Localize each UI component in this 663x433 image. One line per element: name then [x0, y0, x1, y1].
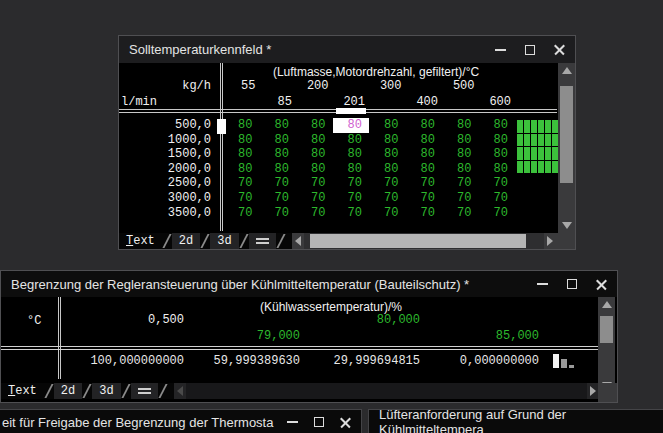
value-cell[interactable]: 80	[479, 147, 516, 162]
value-cell[interactable]: 80	[260, 118, 297, 133]
scroll-up-button[interactable]	[558, 63, 575, 78]
table-view-tab[interactable]	[249, 233, 276, 249]
value-cell[interactable]: 80	[260, 147, 297, 162]
vertical-scrollbar[interactable]	[558, 63, 575, 233]
value-cell[interactable]: 70	[442, 191, 479, 206]
horizontal-scrollbar[interactable]	[292, 233, 556, 249]
curve-breakpoint[interactable]: 79,000	[257, 329, 300, 343]
tab-text[interactable]: Text	[1, 383, 44, 399]
x-breakpoint-cell[interactable]: 85	[260, 95, 297, 109]
maximize-icon[interactable]	[567, 279, 577, 289]
y-breakpoint-label[interactable]: 2000,0	[119, 162, 215, 177]
horizontal-scroll-track[interactable]	[186, 383, 587, 399]
value-cell[interactable]: 80	[442, 162, 479, 177]
value-cell[interactable]: 80	[479, 118, 516, 133]
value-cell[interactable]: 80	[406, 162, 443, 177]
x-breakpoint-cell[interactable]: 300	[369, 79, 406, 93]
titlebar[interactable]: Lüfteranforderung auf Grund der Kühlmitt…	[369, 410, 663, 433]
y-breakpoint-label[interactable]: 2500,0	[119, 176, 215, 191]
maximize-icon[interactable]	[525, 45, 535, 55]
titlebar[interactable]: Begrenzung der Regleransteuerung über Kü…	[1, 271, 617, 297]
value-cell[interactable]: 80	[479, 133, 516, 148]
value-cell[interactable]: 80	[223, 162, 260, 177]
tab-2d[interactable]: 2d	[172, 233, 200, 249]
value-cell[interactable]: 80	[369, 147, 406, 162]
value-cell[interactable]: 80	[369, 133, 406, 148]
tab-3d[interactable]: 3d	[92, 383, 120, 399]
value-cell[interactable]: 70	[369, 191, 406, 206]
value-cell[interactable]: 80	[260, 162, 297, 177]
curve-value[interactable]: 59,999389630	[214, 354, 300, 368]
value-cell[interactable]: 80	[260, 133, 297, 148]
curve-value[interactable]: 100,000000000	[90, 354, 184, 368]
value-cell[interactable]: 80	[442, 147, 479, 162]
value-cell[interactable]: 80	[333, 162, 370, 177]
value-cell[interactable]: 80	[296, 162, 333, 177]
value-cell[interactable]: 70	[296, 191, 333, 206]
value-cell[interactable]: 80	[442, 133, 479, 148]
x-breakpoint-cell[interactable]: 600	[479, 95, 516, 109]
y-breakpoint-label[interactable]: 500,0	[119, 118, 215, 133]
value-cell[interactable]: 80	[223, 118, 260, 133]
value-cell[interactable]: 80	[406, 133, 443, 148]
value-cell[interactable]: 80	[296, 118, 333, 133]
x-breakpoint-cell[interactable]: 500	[442, 79, 479, 93]
value-cell[interactable]: 70	[442, 176, 479, 191]
scroll-up-button[interactable]	[598, 297, 615, 312]
close-icon[interactable]	[596, 279, 607, 290]
value-cell[interactable]: 70	[333, 191, 370, 206]
close-icon[interactable]	[554, 44, 565, 55]
vertical-scroll-thumb[interactable]	[560, 86, 573, 183]
value-cell[interactable]: 70	[333, 206, 370, 221]
value-cell[interactable]: 80	[479, 162, 516, 177]
value-cell[interactable]: 70	[296, 206, 333, 221]
scroll-down-button[interactable]	[558, 218, 575, 233]
y-breakpoint-label[interactable]: 1500,0	[119, 147, 215, 162]
value-cell[interactable]: 70	[406, 191, 443, 206]
tab-2d[interactable]: 2d	[54, 383, 82, 399]
value-cell[interactable]: 80	[406, 118, 443, 133]
scroll-left-button[interactable]	[292, 233, 304, 249]
value-cell[interactable]: 70	[479, 206, 516, 221]
x-breakpoint-cell[interactable]: 200	[296, 79, 333, 93]
x-breakpoint-cell[interactable]: 201	[333, 95, 370, 109]
tab-text[interactable]: Text	[119, 233, 162, 249]
value-cell[interactable]: 80	[333, 147, 370, 162]
x-breakpoint-cell[interactable]: 400	[406, 95, 443, 109]
value-cell[interactable]: 70	[406, 206, 443, 221]
value-cell[interactable]: 80	[406, 147, 443, 162]
value-cell[interactable]: 80	[369, 118, 406, 133]
minimize-icon[interactable]	[495, 49, 506, 51]
tab-3d[interactable]: 3d	[210, 233, 238, 249]
curve-breakpoint[interactable]: 80,000	[377, 313, 420, 327]
table-view-tab[interactable]	[131, 383, 158, 399]
x-breakpoint-cell[interactable]: 55	[223, 79, 260, 93]
vertical-scroll-thumb[interactable]	[600, 316, 613, 343]
value-cell[interactable]: 80	[442, 118, 479, 133]
close-icon[interactable]	[340, 417, 351, 428]
value-cell[interactable]: 70	[260, 176, 297, 191]
value-cell[interactable]: 80	[369, 162, 406, 177]
value-cell[interactable]: 80	[223, 133, 260, 148]
y-breakpoint-label[interactable]: 1000,0	[119, 133, 215, 148]
scroll-right-button[interactable]	[544, 233, 556, 249]
scroll-left-button[interactable]	[174, 383, 186, 399]
value-cell[interactable]: 70	[223, 206, 260, 221]
value-cell[interactable]: 70	[369, 176, 406, 191]
value-cell[interactable]: 70	[369, 206, 406, 221]
value-cell[interactable]: 70	[296, 176, 333, 191]
value-cell[interactable]: 80	[296, 147, 333, 162]
value-cell[interactable]: 70	[260, 206, 297, 221]
vertical-scrollbar[interactable]	[598, 297, 615, 393]
titlebar[interactable]: Solltemperaturkennfeld *	[119, 36, 575, 63]
value-cell[interactable]: 80	[333, 133, 370, 148]
minimize-icon[interactable]	[537, 283, 548, 285]
value-cell[interactable]: 70	[406, 176, 443, 191]
minimize-icon[interactable]	[287, 421, 298, 423]
y-breakpoint-label[interactable]: 3000,0	[119, 191, 215, 206]
value-cell[interactable]: 70	[260, 191, 297, 206]
y-breakpoint-label[interactable]: 3500,0	[119, 206, 215, 221]
value-cell[interactable]: 70	[223, 191, 260, 206]
curve-value[interactable]: 29,999694815	[334, 354, 420, 368]
value-cell[interactable]: 70	[223, 176, 260, 191]
